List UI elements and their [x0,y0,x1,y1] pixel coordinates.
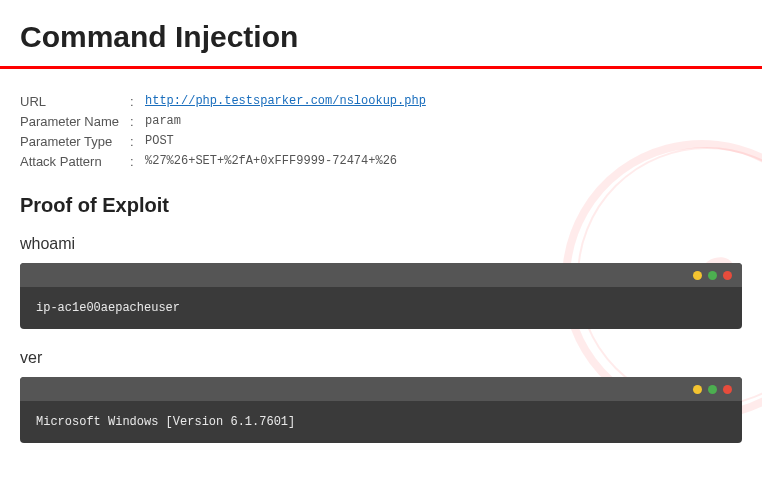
vulnerability-url-link[interactable]: http://php.testsparker.com/nslookup.php [145,94,426,108]
detail-colon: : [130,154,145,169]
detail-label: Parameter Name [20,114,130,129]
detail-row-attack-pattern: Attack Pattern : %27%26+SET+%2fA+0xFFF99… [20,154,742,169]
detail-label: URL [20,94,130,109]
window-minimize-icon [693,385,702,394]
page-title: Command Injection [20,20,742,54]
window-close-icon [723,271,732,280]
terminal-whoami: ip-ac1e00aepacheuser [20,263,742,329]
exploit-title-ver: ver [20,349,742,367]
detail-value: http://php.testsparker.com/nslookup.php [145,94,426,108]
detail-row-param-name: Parameter Name : param [20,114,742,129]
window-maximize-icon [708,385,717,394]
detail-label: Attack Pattern [20,154,130,169]
terminal-output: Microsoft Windows [Version 6.1.7601] [20,401,742,443]
terminal-output: ip-ac1e00aepacheuser [20,287,742,329]
window-maximize-icon [708,271,717,280]
report-content: Command Injection URL : http://php.tests… [0,0,762,443]
detail-colon: : [130,94,145,109]
detail-row-url: URL : http://php.testsparker.com/nslooku… [20,94,742,109]
terminal-header [20,377,742,401]
proof-heading: Proof of Exploit [20,194,742,217]
detail-row-param-type: Parameter Type : POST [20,134,742,149]
detail-value: param [145,114,181,128]
divider-line [0,66,762,69]
terminal-header [20,263,742,287]
detail-colon: : [130,134,145,149]
vulnerability-details: URL : http://php.testsparker.com/nslooku… [20,94,742,169]
detail-label: Parameter Type [20,134,130,149]
detail-value: POST [145,134,174,148]
detail-colon: : [130,114,145,129]
terminal-ver: Microsoft Windows [Version 6.1.7601] [20,377,742,443]
detail-value: %27%26+SET+%2fA+0xFFF9999-72474+%26 [145,154,397,168]
exploit-title-whoami: whoami [20,235,742,253]
window-close-icon [723,385,732,394]
window-minimize-icon [693,271,702,280]
